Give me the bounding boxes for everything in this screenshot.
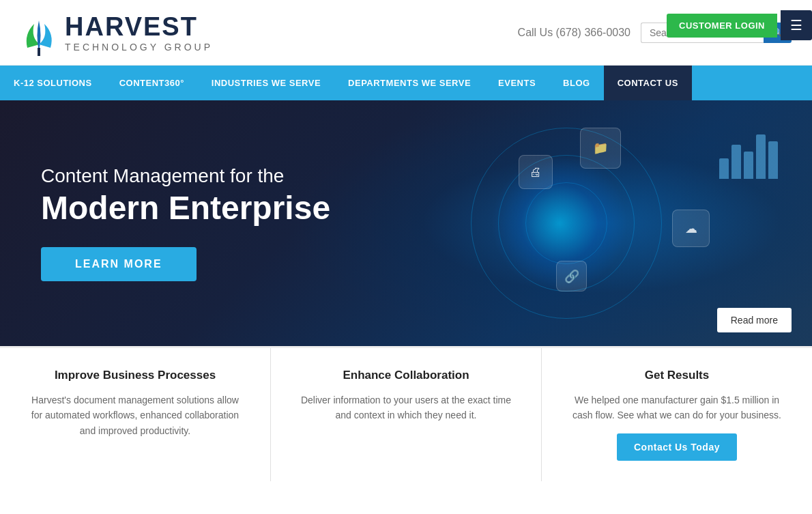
hero-subtitle: Content Management for the [41,165,330,187]
card-collaborate: Enhance Collaboration Deliver informatio… [271,348,542,481]
hero-title: Modern Enterprise [41,190,330,227]
main-nav: K-12 SOLUTIONS CONTENT360° INDUSTRIES WE… [0,66,812,100]
bar-3 [744,152,753,179]
nav-item-content360[interactable]: CONTENT360° [106,66,198,100]
bar-1 [719,158,729,179]
card-improve-text: Harvest's document management solutions … [27,392,243,438]
read-more-button[interactable]: Read more [717,308,792,332]
bar-4 [756,134,766,179]
nav-item-departments[interactable]: DEPARTMENTS WE SERVE [334,66,484,100]
card-improve: Improve Business Processes Harvest's doc… [0,348,271,481]
float-icon-network: 🔗 [556,261,587,291]
phone-number: Call Us (678) 366-0030 [518,27,630,39]
card-improve-title: Improve Business Processes [27,369,243,382]
logo-area: HARVEST TECHNOLOGY GROUP [20,7,213,58]
learn-more-button[interactable]: LEARN MORE [41,247,197,281]
nav-item-industries[interactable]: INDUSTRIES WE SERVE [198,66,334,100]
nav-item-events[interactable]: EVENTS [484,66,549,100]
card-results-text: We helped one manufacturer gain $1.5 mil… [569,392,785,423]
contact-today-button[interactable]: Contact Us Today [617,433,737,461]
menu-button[interactable]: ☰ [781,10,812,40]
customer-login-button[interactable]: CUSTOMER LOGIN [667,14,777,38]
card-results-title: Get Results [569,369,785,382]
nav-item-contact[interactable]: CONTACT US [604,66,692,100]
cards-section: Improve Business Processes Harvest's doc… [0,346,812,481]
logo-tech: TECHNOLOGY GROUP [65,42,213,53]
card-collaborate-title: Enhance Collaboration [298,369,514,382]
hero-banner: 🖨 📁 ☁ 🔗 Content Management for the Moder… [0,100,812,346]
nav-item-blog[interactable]: BLOG [549,66,604,100]
bar-2 [731,145,741,179]
float-icon-folder: 📁 [580,128,621,169]
logo-harvest: HARVEST [65,12,213,42]
card-results: Get Results We helped one manufacturer g… [542,348,812,481]
nav-item-k12[interactable]: K-12 SOLUTIONS [0,66,106,100]
bar-5 [768,141,778,179]
logo-icon [20,7,58,58]
float-icon-cloud: ☁ [672,210,710,247]
hero-content: Content Management for the Modern Enterp… [0,165,371,281]
svg-rect-0 [38,48,40,56]
bar-chart [719,134,778,179]
float-icon-printer: 🖨 [519,155,553,189]
card-collaborate-text: Deliver information to your users at the… [298,392,514,423]
logo-text: HARVEST TECHNOLOGY GROUP [65,12,213,53]
